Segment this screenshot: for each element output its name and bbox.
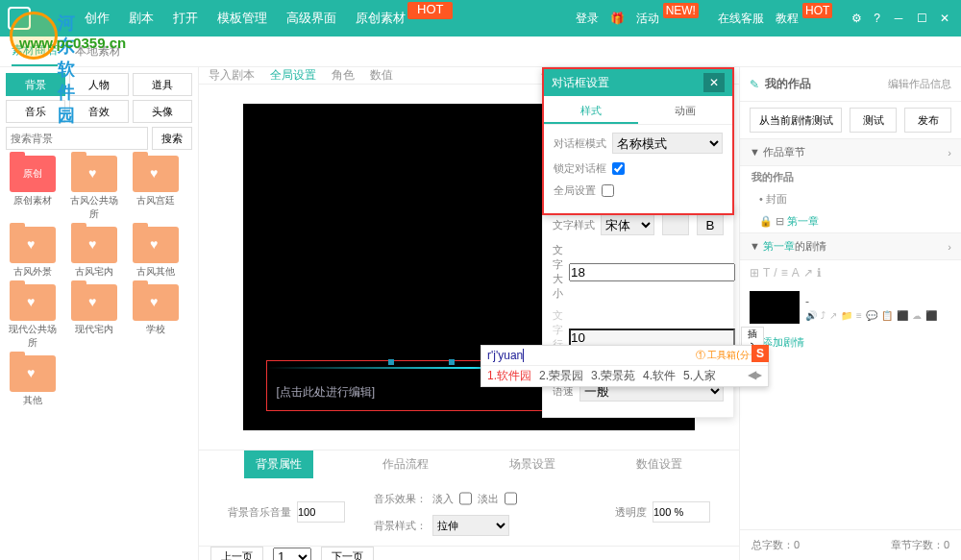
mini-icon[interactable]: ⤴ — [821, 310, 825, 321]
sec-plot[interactable]: ▼ 第一章第一章的剧情的剧情 — [750, 239, 826, 254]
menu-advanced[interactable]: 高级界面 — [277, 10, 346, 27]
ctab-value[interactable]: 数值 — [370, 67, 393, 84]
mini-icon[interactable]: ☁ — [912, 310, 922, 321]
tutorial-link[interactable]: 教程 — [776, 11, 799, 27]
bgvol-input[interactable] — [297, 501, 345, 523]
folder-item[interactable]: 古风公共场所 — [67, 156, 121, 221]
cat-music[interactable]: 音乐 — [6, 100, 65, 123]
activity-link[interactable]: 活动 — [636, 11, 659, 27]
ime-popup: S r'j'yuan ① 工具箱(分号) 1.软件园2.荣景园3.荣景苑4.软件… — [480, 345, 769, 387]
size-input[interactable] — [569, 263, 735, 281]
cat-bg[interactable]: 背景 — [6, 73, 65, 96]
ctab-role[interactable]: 角色 — [332, 67, 355, 84]
tool-icon[interactable]: / — [774, 266, 776, 280]
bold-btn[interactable]: B — [697, 214, 724, 235]
ptab-bg[interactable]: 背景属性 — [244, 450, 313, 478]
cover-item[interactable]: 封面 — [766, 193, 787, 205]
popup-close-icon[interactable]: ✕ — [703, 73, 725, 92]
folder-item[interactable]: 古风宅内 — [67, 227, 121, 279]
font-select[interactable]: 宋体 — [601, 214, 654, 235]
cat-char[interactable]: 人物 — [69, 73, 129, 96]
ptab-value[interactable]: 数值设置 — [625, 450, 694, 478]
scene-thumb[interactable] — [750, 291, 800, 324]
mini-icon[interactable]: 🔊 — [805, 310, 817, 321]
folder-item[interactable]: 现代公共场所 — [6, 284, 60, 350]
ime-candidate[interactable]: 5.人家 — [683, 368, 716, 384]
ptab-anim[interactable]: 动画 — [638, 96, 732, 124]
plot-more-icon[interactable]: › — [948, 241, 951, 253]
ptab-style[interactable]: 样式 — [544, 96, 638, 124]
mini-icon[interactable]: ⬛ — [897, 310, 908, 321]
mini-icon[interactable]: 📋 — [881, 310, 893, 321]
mini-icon[interactable]: 📁 — [841, 310, 852, 321]
page-select[interactable]: 1 — [273, 548, 311, 561]
mini-icon[interactable]: ↗ — [829, 310, 837, 321]
menu-original[interactable]: 原创素材 — [346, 10, 415, 27]
ptab-scene[interactable]: 场景设置 — [498, 450, 567, 478]
style-select[interactable]: 拉伸 — [432, 515, 509, 536]
add-plot[interactable]: > 添加剧情 — [740, 329, 961, 355]
prev-page[interactable]: 上一页 — [210, 547, 263, 560]
chapter-more-icon[interactable]: › — [948, 147, 951, 158]
sec-chapter[interactable]: ▼ 作品章节 — [750, 145, 805, 159]
folder-item[interactable]: 原创素材 — [6, 156, 60, 221]
folder-item[interactable]: 现代宅内 — [67, 284, 121, 350]
ime-candidate[interactable]: 4.软件 — [643, 368, 676, 384]
global-check[interactable] — [602, 184, 614, 197]
chapter-item[interactable]: 第一章 — [787, 215, 819, 227]
folder-item[interactable]: 古风宫廷 — [129, 156, 183, 221]
color-btn[interactable] — [662, 214, 689, 235]
op-label: 透明度 — [615, 505, 647, 520]
test-button[interactable]: 测试 — [850, 108, 897, 133]
lock-check[interactable] — [612, 162, 625, 175]
next-page[interactable]: 下一页 — [321, 547, 374, 560]
ime-candidate[interactable]: 1.软件园 — [487, 368, 531, 384]
help-icon[interactable]: ? — [874, 12, 880, 25]
folder-item[interactable]: 学校 — [129, 284, 183, 350]
mini-icon[interactable]: ⬛ — [925, 310, 937, 321]
tool-icon[interactable]: T — [763, 266, 770, 280]
cat-prop[interactable]: 道具 — [133, 73, 192, 96]
tool-icon[interactable]: ℹ — [817, 266, 822, 280]
gear-icon[interactable]: ⚙ — [851, 12, 862, 25]
tool-icon[interactable]: ⊞ — [750, 266, 759, 280]
ime-candidate[interactable]: 3.荣景苑 — [591, 368, 635, 384]
publish-button[interactable]: 发布 — [904, 108, 951, 133]
tool-icon[interactable]: ≡ — [781, 266, 788, 280]
fadeout-check[interactable] — [505, 488, 517, 509]
test-from-button[interactable]: 从当前剧情测试 — [750, 108, 842, 133]
margin-input[interactable] — [569, 329, 735, 347]
maximize-button[interactable]: ☐ — [915, 12, 928, 25]
search-input[interactable] — [6, 127, 148, 150]
edit-info[interactable]: 编辑作品信息 — [888, 77, 951, 91]
menu-script[interactable]: 剧本 — [119, 10, 163, 27]
ctab-import[interactable]: 导入剧本 — [209, 67, 255, 84]
mode-select[interactable]: 名称模式 — [612, 133, 723, 154]
tab-store[interactable]: 素材商店 — [12, 42, 58, 66]
mini-icon[interactable]: 💬 — [866, 310, 877, 321]
menu-create[interactable]: 创作 — [75, 10, 119, 27]
ime-candidate[interactable]: 2.荣景园 — [539, 368, 583, 384]
mini-icon[interactable]: ≡ — [856, 310, 862, 321]
ctab-global[interactable]: 全局设置 — [270, 67, 316, 84]
menu-open[interactable]: 打开 — [163, 10, 208, 27]
service-link[interactable]: 在线客服 — [718, 11, 764, 27]
close-button[interactable]: ✕ — [938, 12, 951, 25]
folder-item[interactable]: 其他 — [6, 355, 60, 407]
login-link[interactable]: 登录 — [576, 11, 599, 27]
cat-sfx[interactable]: 音效 — [69, 100, 129, 123]
folder-item[interactable]: 古风其他 — [129, 227, 183, 279]
menu-template[interactable]: 模板管理 — [208, 10, 277, 27]
tab-local[interactable]: 本地素材 — [75, 43, 121, 60]
pen-icon: ✎ — [750, 78, 759, 91]
ptab-flow[interactable]: 作品流程 — [371, 450, 440, 478]
search-button[interactable]: 搜索 — [152, 127, 192, 150]
tool-icon[interactable]: ↗ — [803, 266, 813, 280]
tool-icon[interactable]: A — [792, 266, 800, 280]
folder-item[interactable]: 古风外景 — [6, 227, 60, 279]
cat-avatar[interactable]: 头像 — [133, 100, 192, 123]
op-input[interactable] — [653, 501, 710, 523]
minimize-button[interactable]: ─ — [892, 12, 905, 25]
fadein-check[interactable] — [459, 488, 472, 509]
gift-icon[interactable]: 🎁 — [610, 12, 625, 25]
